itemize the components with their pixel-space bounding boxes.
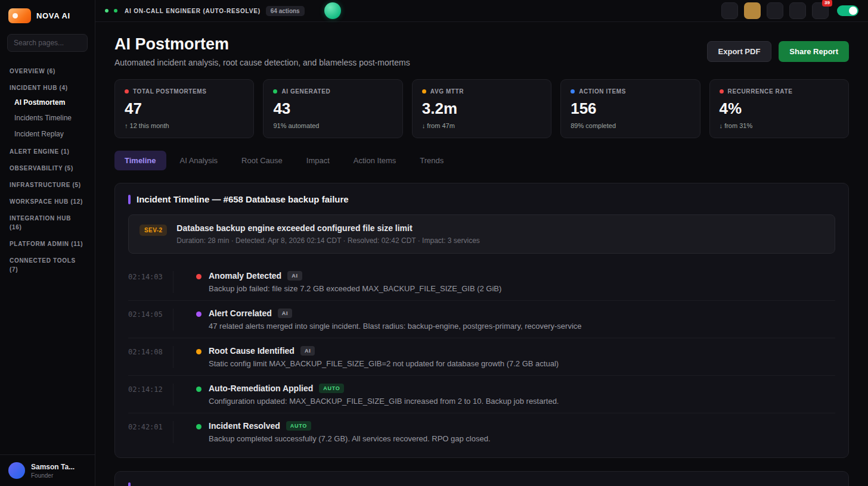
share-report-button[interactable]: Share Report xyxy=(779,41,849,62)
event-description: Configuration updated: MAX_BACKUP_FILE_S… xyxy=(209,397,559,406)
tab-ai-analysis[interactable]: AI Analysis xyxy=(170,151,228,170)
stat-label: AI GENERATED xyxy=(281,88,330,95)
nova-logo-icon xyxy=(8,8,31,23)
sidebar-search xyxy=(0,30,95,53)
event-dot xyxy=(196,387,202,392)
header-buttons: Export PDF Share Report xyxy=(707,41,849,62)
nav-section-integration-hub[interactable]: INTEGRATION HUB (16) xyxy=(0,208,95,234)
incident-card-title: Incident Timeline — #658 Database backup… xyxy=(137,194,349,204)
logo-text: NOVA AI xyxy=(36,11,70,20)
stat-card-action-items: ACTION ITEMS 156 89% completed xyxy=(560,79,700,138)
sidebar: NOVA AI OVERVIEW (6) INCIDENT HUB (4) AI… xyxy=(0,0,95,486)
page-subtitle: Automated incident analysis, root cause … xyxy=(114,58,410,67)
accent-bar xyxy=(128,482,131,486)
nav-section-platform-admin[interactable]: PLATFORM ADMIN (11) xyxy=(0,234,95,251)
next-section-card xyxy=(114,471,849,486)
sidebar-item-incident-replay[interactable]: Incident Replay xyxy=(0,126,95,142)
topbar-icon-button-4[interactable] xyxy=(789,2,806,19)
event-description: Backup job failed: file size 7.2 GB exce… xyxy=(209,284,501,293)
tab-timeline[interactable]: Timeline xyxy=(114,151,166,170)
page-title: AI Postmortem xyxy=(114,35,410,54)
sidebar-item-incidents-timeline[interactable]: Incidents Timeline xyxy=(0,110,95,126)
nav-section-connected-tools[interactable]: CONNECTED TOOLS (7) xyxy=(0,251,95,276)
actions-count-badge: 64 actions xyxy=(266,6,305,16)
search-input[interactable] xyxy=(7,34,88,52)
topbar-icon-button-2[interactable] xyxy=(744,2,761,19)
stat-dot xyxy=(422,89,426,94)
event-time: 02:42:01 xyxy=(128,421,173,443)
tab-action-items[interactable]: Action Items xyxy=(343,151,407,170)
nav-section-incident-hub[interactable]: INCIDENT HUB (4) xyxy=(0,78,95,95)
stat-card-recurrence-rate: RECURRENCE RATE 4% ↓ from 31% xyxy=(709,79,849,138)
event-time: 02:14:05 xyxy=(128,309,173,331)
stat-label: ACTION ITEMS xyxy=(579,88,626,95)
nav-section-infrastructure[interactable]: INFRASTRUCTURE (5) xyxy=(0,175,95,192)
sidebar-nav: OVERVIEW (6) INCIDENT HUB (4) AI Postmor… xyxy=(0,53,95,454)
event-dot xyxy=(196,424,202,429)
topbar-icon-button-3[interactable] xyxy=(767,2,783,19)
topbar: AI ON-CALL ENGINEER (AUTO-RESOLVE) 64 ac… xyxy=(95,0,868,22)
stat-label: RECURRENCE RATE xyxy=(728,88,793,95)
oncall-status-label: AI ON-CALL ENGINEER (AUTO-RESOLVE) xyxy=(125,8,261,14)
nav-section-workspace-hub[interactable]: WORKSPACE HUB (12) xyxy=(0,192,95,208)
event-source-badge: AUTO xyxy=(286,421,311,431)
notification-badge: 39 xyxy=(822,0,832,7)
topbar-icon-button-5[interactable]: 39 xyxy=(812,2,829,19)
stat-value: 43 xyxy=(273,99,392,118)
event-description: Backup completed successfully (7.2 GB). … xyxy=(209,434,491,443)
user-name: Samson Ta... xyxy=(31,463,75,471)
stat-dot xyxy=(273,89,277,94)
event-title: Anomaly Detected xyxy=(209,271,281,281)
stat-dot xyxy=(571,89,575,94)
ai-assistant-orb-icon[interactable] xyxy=(324,2,341,19)
event-source-badge: AI xyxy=(300,346,315,356)
stat-dot xyxy=(125,89,129,94)
avatar xyxy=(8,462,25,479)
event-source-badge: AI xyxy=(287,271,302,281)
export-pdf-button[interactable]: Export PDF xyxy=(707,41,772,62)
stat-value: 3.2m xyxy=(422,99,541,118)
event-dot xyxy=(196,349,202,354)
topbar-icon-button-1[interactable] xyxy=(721,2,738,19)
stat-sub: 89% completed xyxy=(571,122,690,129)
event-source-badge: AI xyxy=(278,309,292,318)
app-root: NOVA AI OVERVIEW (6) INCIDENT HUB (4) AI… xyxy=(0,0,868,486)
status-dot-1 xyxy=(105,9,108,13)
app-logo[interactable]: NOVA AI xyxy=(0,0,95,30)
event-source-badge: AUTO xyxy=(319,384,344,393)
stat-label: AVG MTTR xyxy=(430,88,464,95)
event-title: Root Cause Identified xyxy=(209,346,294,356)
tab-root-cause[interactable]: Root Cause xyxy=(231,151,293,170)
timeline-event: 02:14:03 Anomaly Detected AI Backup job … xyxy=(128,263,835,301)
stat-dot xyxy=(720,89,724,94)
event-time: 02:14:12 xyxy=(128,384,173,406)
sidebar-item-ai-postmortem[interactable]: AI Postmortem xyxy=(0,95,95,110)
accent-bar xyxy=(128,195,131,204)
event-dot xyxy=(196,311,202,317)
toggle-knob xyxy=(849,7,857,15)
timeline-event: 02:14:12 Auto-Remediation Applied AUTO C… xyxy=(128,376,835,413)
stat-label: TOTAL POSTMORTEMS xyxy=(133,88,207,95)
nav-section-alert-engine[interactable]: ALERT ENGINE (1) xyxy=(0,142,95,158)
tab-impact[interactable]: Impact xyxy=(296,151,340,170)
stat-card-total-postmortems: TOTAL POSTMORTEMS 47 ↑ 12 this month xyxy=(114,79,254,138)
event-title: Incident Resolved xyxy=(209,421,280,431)
user-profile[interactable]: Samson Ta... Founder xyxy=(0,454,95,486)
ai-mode-toggle[interactable] xyxy=(837,5,858,16)
event-description: 47 related alerts merged into single inc… xyxy=(209,322,582,331)
nav-section-observability[interactable]: OBSERVABILITY (5) xyxy=(0,158,95,175)
tab-trends[interactable]: Trends xyxy=(410,151,454,170)
view-tabs: Timeline AI Analysis Root Cause Impact A… xyxy=(114,151,849,170)
incident-timeline-card: Incident Timeline — #658 Database backup… xyxy=(114,183,849,458)
page-header: AI Postmortem Automated incident analysi… xyxy=(114,35,849,67)
status-dot-2 xyxy=(114,9,117,13)
page-content: AI Postmortem Automated incident analysi… xyxy=(95,22,868,486)
nav-section-overview[interactable]: OVERVIEW (6) xyxy=(0,61,95,78)
timeline-event: 02:14:08 Root Cause Identified AI Static… xyxy=(128,338,835,376)
stat-sub: ↓ from 31% xyxy=(720,122,839,129)
event-title: Alert Correlated xyxy=(209,309,272,318)
event-time: 02:14:08 xyxy=(128,346,173,368)
main-column: AI ON-CALL ENGINEER (AUTO-RESOLVE) 64 ac… xyxy=(95,0,868,486)
timeline-event: 02:14:05 Alert Correlated AI 47 related … xyxy=(128,301,835,338)
timeline-events: 02:14:03 Anomaly Detected AI Backup job … xyxy=(115,262,848,457)
